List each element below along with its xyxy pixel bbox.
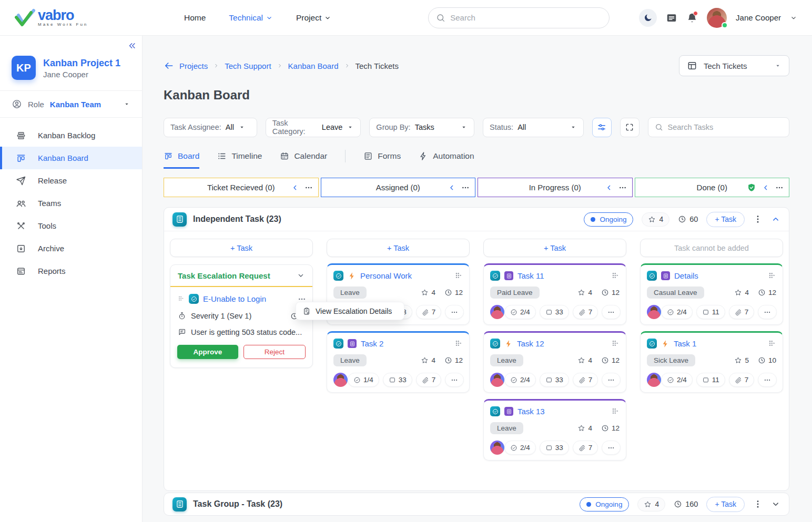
task-search-input[interactable] <box>668 123 783 131</box>
breadcrumb-projects[interactable]: Projects <box>179 62 208 70</box>
global-search[interactable] <box>428 7 610 28</box>
sidebar-item-kanban-board[interactable]: Kanban Board <box>0 147 142 169</box>
drag-handle-icon[interactable] <box>767 271 776 281</box>
collapse-column-icon[interactable] <box>605 183 613 192</box>
tab-forms[interactable]: Forms <box>363 151 401 169</box>
news-button[interactable] <box>666 12 677 24</box>
breadcrumb-kanban-board[interactable]: Kanban Board <box>288 62 339 70</box>
filter-task-assignee[interactable]: Task Assignee:All <box>164 118 257 137</box>
attachments-pill[interactable]: 7 <box>729 373 755 387</box>
chevron-down-icon[interactable] <box>790 14 797 22</box>
drag-handle-icon[interactable] <box>177 295 185 303</box>
section-expand-button[interactable] <box>771 499 780 509</box>
checklist-pill[interactable]: 2/4 <box>504 305 536 319</box>
sidebar-collapse-button[interactable] <box>127 41 137 50</box>
sidebar-item-tools[interactable]: Tools <box>0 214 142 237</box>
drag-handle-icon[interactable] <box>610 339 620 349</box>
add-task-button[interactable]: + Task <box>483 239 626 257</box>
back-arrow-icon[interactable] <box>164 60 174 71</box>
tab-calendar[interactable]: Calendar <box>280 151 327 169</box>
column-menu-icon[interactable] <box>304 183 313 192</box>
section-collapse-button[interactable] <box>771 214 780 224</box>
comments-pill[interactable]: 11 <box>696 305 725 319</box>
vabro-logo[interactable]: vabro Make Work Fun <box>15 8 147 27</box>
task-search[interactable] <box>648 117 790 137</box>
comments-pill[interactable]: 33 <box>540 305 569 319</box>
sidebar-item-kanban-backlog[interactable]: Kanban Backlog <box>0 124 142 147</box>
attachments-pill[interactable]: 7 <box>416 373 442 387</box>
reject-button[interactable]: Reject <box>243 345 306 359</box>
task-card[interactable]: Task 13 Leave 412 2/4 33 7 <box>483 399 626 460</box>
card-title[interactable]: Personal Work <box>360 271 412 280</box>
card-menu-pill[interactable] <box>602 305 621 319</box>
column-menu-icon[interactable] <box>775 183 784 192</box>
task-card[interactable]: Details Casual Leave 412 2/4 11 7 <box>640 263 783 325</box>
drag-handle-icon[interactable] <box>453 271 463 281</box>
nav-home[interactable]: Home <box>184 13 206 23</box>
drag-handle-icon[interactable] <box>610 407 620 416</box>
attachments-pill[interactable]: 7 <box>729 305 755 319</box>
user-name[interactable]: Jane Cooper <box>736 13 781 22</box>
collapse-column-icon[interactable] <box>762 183 770 192</box>
collapse-column-icon[interactable] <box>448 183 456 192</box>
checklist-pill[interactable]: 1/4 <box>348 373 379 387</box>
card-menu-pill[interactable] <box>758 373 777 387</box>
card-title[interactable]: Task 1 <box>674 339 696 348</box>
sidebar-item-reports[interactable]: Reports <box>0 260 142 282</box>
escalation-task-title[interactable]: E-Unable to Login <box>203 294 266 303</box>
checklist-pill[interactable]: 2/4 <box>504 441 536 455</box>
card-menu-pill[interactable] <box>602 441 621 455</box>
add-task-button[interactable]: + Task <box>170 239 313 257</box>
add-task-button[interactable]: + Task <box>327 239 470 257</box>
card-title[interactable]: Task 11 <box>517 271 544 280</box>
attachments-pill[interactable]: 7 <box>416 305 442 319</box>
section-menu-button[interactable] <box>753 499 763 509</box>
checklist-pill[interactable]: 2/4 <box>504 373 536 387</box>
card-menu-pill[interactable] <box>758 305 777 319</box>
breadcrumb-tech-support[interactable]: Tech Support <box>225 62 271 70</box>
checklist-pill[interactable]: 2/4 <box>661 305 693 319</box>
card-menu-pill[interactable] <box>602 373 621 387</box>
task-card[interactable]: Task 2 Leave 412 1/4 33 7 <box>327 331 470 393</box>
checklist-pill[interactable]: 2/4 <box>661 373 693 387</box>
drag-handle-icon[interactable] <box>610 271 620 281</box>
task-card[interactable]: Task 1 Sick Leave 510 2/4 11 7 <box>640 331 783 393</box>
comments-pill[interactable]: 11 <box>696 373 725 387</box>
attachments-pill[interactable]: 7 <box>573 373 598 387</box>
advanced-filters-button[interactable] <box>592 118 612 137</box>
card-menu-pill[interactable] <box>445 305 464 319</box>
drag-handle-icon[interactable] <box>767 339 776 349</box>
card-title[interactable]: Details <box>674 271 698 280</box>
dark-mode-toggle[interactable] <box>639 9 657 27</box>
tab-automation[interactable]: Automation <box>419 151 474 169</box>
drag-handle-icon[interactable] <box>453 339 463 349</box>
context-menu-view-escalation-details[interactable]: View Escalation Details <box>296 302 404 320</box>
tab-timeline[interactable]: Timeline <box>217 151 262 169</box>
card-menu-pill[interactable] <box>445 373 464 387</box>
comments-pill[interactable]: 33 <box>383 373 412 387</box>
add-task-button[interactable]: + Task <box>706 212 745 227</box>
sidebar-item-teams[interactable]: Teams <box>0 192 142 214</box>
approve-button[interactable]: Approve <box>177 345 238 359</box>
group-collapse-button[interactable] <box>297 271 305 280</box>
attachments-pill[interactable]: 7 <box>573 305 598 319</box>
collapse-column-icon[interactable] <box>291 183 299 192</box>
project-header[interactable]: KP Kanban Project 1 Jane Cooper <box>0 36 142 91</box>
card-title[interactable]: Task 2 <box>361 339 383 348</box>
global-search-input[interactable] <box>450 13 602 22</box>
comments-pill[interactable]: 33 <box>540 373 569 387</box>
tab-board[interactable]: Board <box>164 151 199 169</box>
column-menu-icon[interactable] <box>618 183 627 192</box>
card-title[interactable]: Task 13 <box>517 407 545 416</box>
filter-group-by[interactable]: Group By:Tasks <box>369 118 474 137</box>
fullscreen-button[interactable] <box>620 118 640 137</box>
board-view-selector[interactable]: Tech Tickets <box>679 55 789 76</box>
filter-status[interactable]: Status:All <box>483 118 584 137</box>
attachments-pill[interactable]: 7 <box>573 441 598 455</box>
role-selector[interactable]: Role Kanban Team <box>0 91 142 118</box>
sidebar-item-release[interactable]: Release <box>0 169 142 192</box>
column-menu-icon[interactable] <box>461 183 470 192</box>
nav-technical[interactable]: Technical <box>229 13 273 23</box>
user-avatar[interactable] <box>707 8 727 28</box>
task-card[interactable]: Task 12 Leave 412 2/4 33 7 <box>483 331 626 393</box>
